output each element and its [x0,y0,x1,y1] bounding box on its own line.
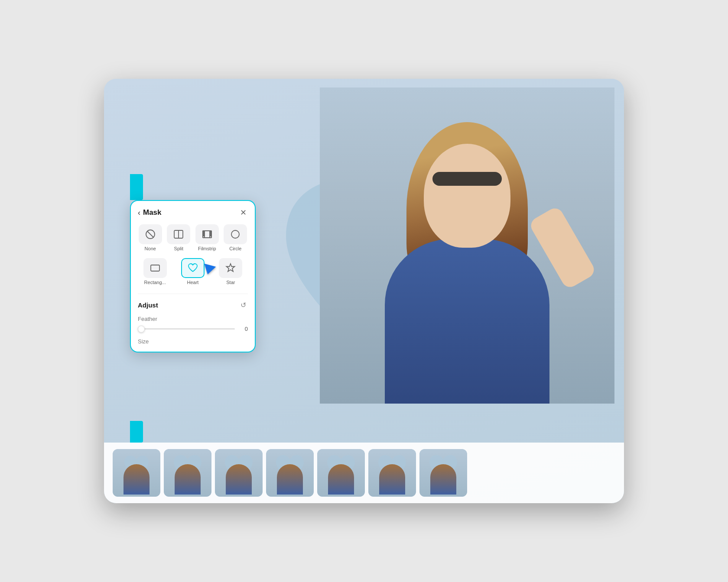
filmstrip-item[interactable] [419,449,467,497]
shape-icon-split [167,224,190,244]
feather-slider-container: 0 [138,326,248,332]
mask-panel-header-left: ‹ Mask [138,208,162,217]
device-frame: ‹ Mask ✕ None [104,79,624,503]
shape-item-filmstrip[interactable]: Filmstrip [195,224,220,251]
cyan-accent-top [130,174,143,200]
feather-slider-row: Feather 0 [138,316,248,332]
filmstrip-item[interactable] [368,449,416,497]
shape-label-rectangle: Rectang... [144,280,166,285]
shape-icon-heart [181,258,205,278]
reset-button[interactable]: ↺ [238,300,248,310]
adjust-label: Adjust [138,301,158,309]
feather-slider-track[interactable] [138,328,235,330]
shape-label-star: Star [226,280,235,285]
svg-rect-13 [210,235,211,236]
feather-value: 0 [239,326,248,332]
shape-grid-row1: None Split [138,224,248,251]
filmstrip-item[interactable] [317,449,365,497]
back-button[interactable]: ‹ [138,208,140,217]
shape-item-star[interactable]: Star [214,258,248,285]
mask-panel-title: Mask [143,208,162,217]
svg-rect-10 [203,235,204,236]
shape-grid-row2: Rectang... Heart [138,258,248,285]
feather-label: Feather [138,316,248,322]
svg-rect-12 [210,233,211,234]
shape-icon-filmstrip [195,224,219,244]
shape-icon-circle [224,224,247,244]
canvas-area: ‹ Mask ✕ None [104,79,624,503]
mask-panel: ‹ Mask ✕ None [130,200,256,352]
filmstrip-item[interactable] [215,449,263,497]
shape-icon-rectangle [143,258,167,278]
shape-icon-none [139,224,162,244]
filmstrip-item[interactable] [113,449,160,497]
shape-icon-star [219,258,242,278]
adjust-header: Adjust ↺ [138,300,248,310]
shape-label-heart: Heart [187,280,199,285]
svg-rect-9 [203,233,204,234]
svg-line-1 [147,231,153,237]
svg-point-14 [231,230,239,238]
adjust-section: Adjust ↺ Feather 0 Size [138,294,248,345]
cyan-accent-bottom [130,421,143,443]
svg-rect-11 [210,232,211,233]
svg-marker-16 [227,264,235,272]
mask-panel-header: ‹ Mask ✕ [138,208,248,217]
filmstrip-item[interactable] [164,449,211,497]
size-label: Size [138,338,248,345]
close-button[interactable]: ✕ [238,208,248,217]
person-photo [320,87,614,404]
shape-item-split[interactable]: Split [166,224,192,251]
svg-rect-8 [203,232,204,233]
feather-slider-thumb[interactable] [138,326,145,333]
shape-item-circle[interactable]: Circle [223,224,248,251]
shape-label-split: Split [174,246,183,251]
svg-rect-15 [151,265,159,271]
shape-label-filmstrip: Filmstrip [198,246,216,251]
shape-label-none: None [145,246,156,251]
filmstrip-item[interactable] [266,449,314,497]
shape-label-circle: Circle [229,246,241,251]
shape-item-none[interactable]: None [138,224,163,251]
filmstrip [104,443,624,503]
shape-item-rectangle[interactable]: Rectang... [138,258,172,285]
